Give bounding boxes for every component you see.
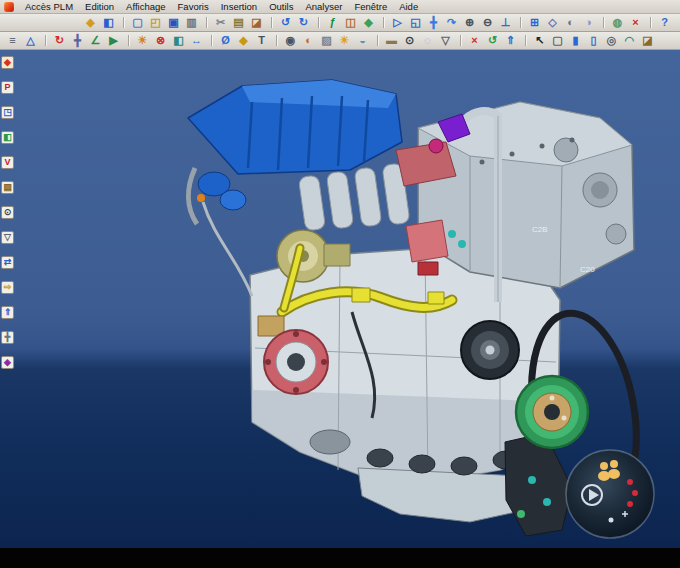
throttle-bracket[interactable] [324,244,350,266]
dipstick-tube[interactable] [203,202,252,296]
save-icon[interactable]: ▣ [165,15,182,30]
menu-fenetre[interactable]: Fenêtre [348,0,393,13]
plm-access-icon[interactable]: P [1,81,14,94]
menu-aide[interactable]: Aide [393,0,424,13]
plm-save-icon[interactable]: ◧ [100,15,117,30]
mount-pad[interactable] [418,262,438,275]
engine-mount-bracket[interactable] [406,220,448,262]
zoom-out-icon[interactable]: ⊖ [479,15,496,30]
manipulation-icon[interactable]: ╋ [69,33,86,48]
menu-outils[interactable]: Outils [263,0,299,13]
cam-port-3[interactable] [606,224,626,244]
part-design-icon[interactable]: ◧ [1,131,14,144]
new-document-icon[interactable]: ▢ [129,15,146,30]
render-icon[interactable]: ◐ [300,33,317,48]
navigation-wheel[interactable] [564,448,656,540]
paste-icon[interactable]: ◪ [248,15,265,30]
graph-view-icon[interactable]: △ [22,33,39,48]
filter-icon[interactable]: ▽ [1,231,14,244]
fit-all-in-icon[interactable]: ◱ [407,15,424,30]
delete-element-icon[interactable]: × [466,33,483,48]
left-hose[interactable] [188,168,197,224]
smart-move-icon[interactable]: ▶ [105,33,122,48]
starter-motor[interactable] [310,430,350,454]
cache-icon[interactable]: ▤ [1,181,14,194]
fly-mode-icon[interactable]: ▷ [389,15,406,30]
menu-affichage[interactable]: Affichage [120,0,171,13]
undo-icon[interactable]: ↺ [277,15,294,30]
wheel-body[interactable] [566,450,654,538]
hole-icon[interactable]: ◎ [603,33,620,48]
rotate-icon[interactable]: ↷ [443,15,460,30]
depth-effect-icon[interactable]: ◒ [354,33,371,48]
snap-icon[interactable]: ∠ [87,33,104,48]
cover-duct-2[interactable] [220,190,246,210]
print-icon[interactable]: ▥ [183,15,200,30]
open-icon[interactable]: ◰ [147,15,164,30]
exit-workbench-icon[interactable]: ◈ [1,356,14,369]
search-icon[interactable]: ⊙ [1,206,14,219]
publish-left-icon[interactable]: ⇑ [1,306,14,319]
copy-icon[interactable]: ▤ [230,15,247,30]
update-icon[interactable]: ↻ [51,33,68,48]
oil-pan[interactable] [358,468,522,522]
texture-icon[interactable]: ▨ [318,33,335,48]
normal-view-icon[interactable]: ⊥ [497,15,514,30]
hide-show-icon[interactable]: ◑ [580,15,597,30]
pan-icon[interactable]: ╋ [425,15,442,30]
material-icon[interactable]: ◆ [360,15,377,30]
product-structure-icon[interactable]: ◳ [1,106,14,119]
vpm-navigator-icon[interactable]: V [1,156,14,169]
workbench-icon[interactable]: ◆ [1,56,14,69]
catalog-icon[interactable]: ◫ [342,15,359,30]
ground-icon[interactable]: ▬ [383,33,400,48]
help-icon[interactable]: ? [656,15,673,30]
mass-properties-icon[interactable]: ◆ [235,33,252,48]
intake-runners[interactable] [298,163,410,231]
menu-edition[interactable]: Edition [79,0,120,13]
pipe-flange-2[interactable] [428,292,444,304]
distance-analysis-icon[interactable]: ↔ [188,33,205,48]
fillet-icon[interactable]: ◠ [621,33,638,48]
redo-icon[interactable]: ↻ [295,15,312,30]
fitting-teal-1[interactable] [448,230,456,238]
specification-tree-icon[interactable]: ≡ [4,33,21,48]
light-source-icon[interactable]: ☀ [336,33,353,48]
annotation-icon[interactable]: T [253,33,270,48]
multi-view-icon[interactable]: ⊞ [526,15,543,30]
dipstick-handle[interactable] [197,194,205,202]
isometric-view-icon[interactable]: ◇ [544,15,561,30]
timing-chain-cover[interactable] [505,433,572,536]
options-icon[interactable]: ╋ [1,331,14,344]
send-to-icon[interactable]: ⇨ [1,281,14,294]
link-manager-icon[interactable]: ⇄ [1,256,14,269]
explode-icon[interactable]: ☀ [134,33,151,48]
menu-analyser[interactable]: Analyser [299,0,348,13]
cam-port-2[interactable] [554,138,578,162]
menu-insertion[interactable]: Insertion [215,0,263,13]
zoom-in-icon[interactable]: ⊕ [461,15,478,30]
x-ray-icon[interactable]: ◌ [419,33,436,48]
delete-icon[interactable]: × [627,15,644,30]
knowledge-icon[interactable]: ƒ [324,15,341,30]
recycle-icon[interactable]: ↺ [484,33,501,48]
3d-viewport[interactable]: ◆P◳◧V▤⊙▽⇄⇨⇑╋◈ [0,50,680,548]
fitting-teal-2[interactable] [458,240,466,248]
cut-icon[interactable]: ✂ [212,15,229,30]
sensor-magenta[interactable] [429,139,443,153]
magnifier-icon[interactable]: ⊙ [401,33,418,48]
camera-icon[interactable]: ◉ [282,33,299,48]
section-icon[interactable]: ◧ [170,33,187,48]
apply-material-icon[interactable]: ◪ [639,33,656,48]
plm-query-icon[interactable]: ◈ [82,15,99,30]
pocket-icon[interactable]: ▯ [585,33,602,48]
alternator-bracket[interactable] [258,316,284,336]
pipe-flange[interactable] [352,288,370,302]
layer-filter-icon[interactable]: ▽ [437,33,454,48]
selection-box-icon[interactable]: ▢ [549,33,566,48]
select-arrow-icon[interactable]: ↖ [531,33,548,48]
menu-acces-plm[interactable]: Accès PLM [19,0,79,13]
swap-visible-space-icon[interactable]: ◍ [609,15,626,30]
clash-analysis-icon[interactable]: ⊗ [152,33,169,48]
measure-icon[interactable]: Ø [217,33,234,48]
